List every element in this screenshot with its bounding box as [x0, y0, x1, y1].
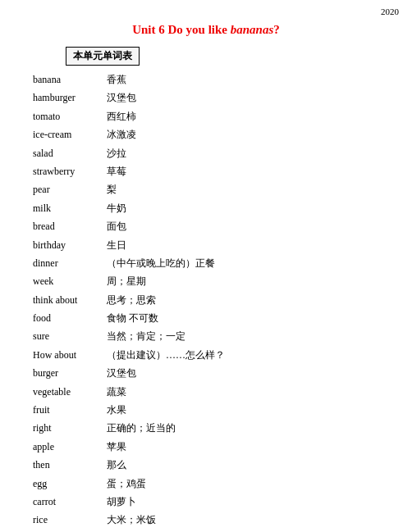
vocab-section: 本单元单词表 banana香蕉hamburger汉堡包tomato西红柿ice-… — [33, 47, 379, 532]
vocab-zh: 当然；肯定；一定 — [107, 328, 185, 344]
title-highlight: bananas — [231, 23, 274, 36]
vocab-en: burger — [33, 365, 107, 381]
vocab-row: vegetable蔬菜 — [33, 383, 379, 401]
title-suffix: ? — [273, 23, 280, 36]
year-label: 2020 — [381, 7, 399, 16]
vocab-row: apple苹果 — [33, 438, 379, 456]
vocab-zh: 牛奶 — [107, 200, 126, 216]
vocab-en: ice-cream — [33, 126, 107, 143]
vocab-zh: 西红柿 — [107, 108, 136, 125]
vocab-zh: 沙拉 — [107, 145, 126, 161]
vocab-en: food — [33, 310, 107, 326]
vocab-zh: 蛋；鸡蛋 — [107, 475, 146, 492]
vocab-en: birthday — [33, 237, 107, 253]
title-prefix: Unit 6 Do you like — [132, 23, 231, 36]
vocab-row: week周；星期 — [33, 272, 379, 290]
vocab-zh: 水果 — [107, 402, 126, 418]
vocab-en: then — [33, 457, 107, 473]
vocab-en: week — [33, 273, 107, 289]
vocab-row: salad沙拉 — [33, 144, 379, 162]
vocab-row: tomato西红柿 — [33, 107, 379, 125]
vocab-en: dinner — [33, 255, 107, 271]
vocab-en: carrot — [33, 493, 107, 510]
vocab-row: milk牛奶 — [33, 199, 379, 217]
vocab-row: How about（提出建议）……怎么样？ — [33, 346, 379, 364]
vocab-zh: 草莓 — [107, 163, 126, 180]
vocab-row: then那么 — [33, 456, 379, 474]
vocab-zh: 周；星期 — [107, 273, 146, 289]
vocab-zh: 梨 — [107, 181, 117, 198]
vocab-row: burger汉堡包 — [33, 364, 379, 382]
vocab-en: bread — [33, 218, 107, 234]
vocab-row: fruit水果 — [33, 401, 379, 419]
vocab-en: hamburger — [33, 89, 107, 106]
vocab-row: carrot胡萝卜 — [33, 493, 379, 511]
vocab-en: milk — [33, 200, 107, 216]
vocab-row: strawberry草莓 — [33, 162, 379, 180]
vocab-en: rice — [33, 512, 107, 528]
vocab-row: right正确的；近当的 — [33, 419, 379, 437]
vocab-en: right — [33, 420, 107, 436]
vocab-zh: 香蕉 — [107, 71, 126, 88]
vocab-zh: 正确的；近当的 — [107, 420, 176, 436]
vocab-zh: 生日 — [107, 237, 126, 253]
vocab-table: banana香蕉hamburger汉堡包tomato西红柿ice-cream冰激… — [33, 70, 379, 532]
vocab-row: birthday生日 — [33, 236, 379, 254]
vocab-row: food食物 不可数 — [33, 309, 379, 327]
vocab-zh: 蔬菜 — [107, 384, 126, 400]
vocab-row: bread面包 — [33, 217, 379, 235]
vocab-section-label: 本单元单词表 — [66, 47, 140, 66]
vocab-zh: 冰激凌 — [107, 126, 136, 143]
vocab-row: sure当然；肯定；一定 — [33, 327, 379, 345]
vocab-row: ice-cream冰激凌 — [33, 125, 379, 143]
page-title: Unit 6 Do you like bananas? — [0, 23, 412, 37]
vocab-row: pear梨 — [33, 180, 379, 198]
vocab-zh: 面包 — [107, 218, 126, 234]
vocab-en: apple — [33, 439, 107, 455]
vocab-row: think about思考；思索 — [33, 291, 379, 309]
vocab-en: strawberry — [33, 163, 107, 180]
vocab-zh: 汉堡包 — [107, 89, 136, 106]
vocab-en: salad — [33, 145, 107, 161]
vocab-row: hamburger汉堡包 — [33, 89, 379, 107]
vocab-en: pear — [33, 181, 107, 198]
vocab-en: sure — [33, 328, 107, 344]
vocab-zh: 食物 不可数 — [107, 310, 158, 326]
vocab-row: banana香蕉 — [33, 70, 379, 89]
vocab-en: egg — [33, 475, 107, 492]
vocab-row: egg蛋；鸡蛋 — [33, 475, 379, 493]
vocab-en: fruit — [33, 402, 107, 418]
vocab-zh: 苹果 — [107, 439, 126, 455]
vocab-zh: 大米；米饭 — [107, 512, 156, 528]
vocab-zh: （中午或晚上吃的）正餐 — [107, 255, 215, 271]
vocab-en: tomato — [33, 108, 107, 125]
vocab-en: banana — [33, 71, 107, 88]
vocab-en: How about — [33, 347, 107, 363]
vocab-zh: 思考；思索 — [107, 292, 156, 308]
vocab-zh: 胡萝卜 — [107, 493, 136, 510]
vocab-zh: 汉堡包 — [107, 365, 136, 381]
vocab-row: dinner（中午或晚上吃的）正餐 — [33, 254, 379, 272]
vocab-row: rice大米；米饭 — [33, 511, 379, 529]
vocab-zh: 那么 — [107, 457, 126, 473]
vocab-zh: （提出建议）……怎么样？ — [107, 347, 225, 363]
vocab-en: vegetable — [33, 384, 107, 400]
vocab-en: think about — [33, 292, 107, 308]
